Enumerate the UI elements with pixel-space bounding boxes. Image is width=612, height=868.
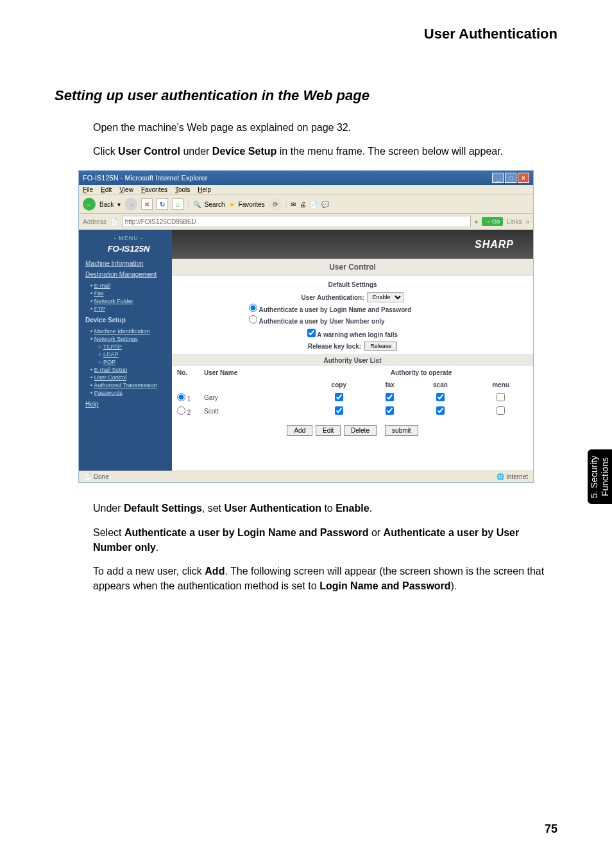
panel-title: User Control [172,259,533,276]
done-icon: 📄 [84,473,92,480]
sidebar-machine-info[interactable]: Machine Information [85,260,172,267]
go-button[interactable]: → Go [482,217,504,226]
warning-checkbox[interactable]: A warning when login fails [307,331,398,338]
col-scan: scan [412,379,468,390]
post-screenshot-text: Under Default Settings, set User Authent… [0,501,612,593]
menu-favorites[interactable]: Favorites [141,186,167,193]
sidebar-item-machine-id[interactable]: Machine Identification [90,327,172,335]
release-button[interactable]: Release [364,342,397,351]
default-settings-heading: Default Settings [172,279,533,291]
links-label[interactable]: Links [507,218,522,225]
discuss-icon[interactable]: 💬 [321,201,329,208]
sidebar: - MENU - FO-IS125N Machine Information D… [79,230,172,471]
table-row[interactable]: 1 Gary [173,392,532,404]
sidebar-item-network-folder[interactable]: Network Folder [90,297,172,305]
sidebar-item-ftp[interactable]: FTP [90,305,172,313]
address-label: Address [83,218,106,225]
sidebar-menu-heading: - MENU - [85,235,172,241]
chk-fax-1[interactable] [386,393,394,401]
search-label: Search [205,201,225,208]
menu-help[interactable]: Help [198,186,211,193]
sidebar-item-user-control[interactable]: User Control [90,374,172,381]
sidebar-item-email-setup[interactable]: E-mail Setup [90,366,172,374]
col-auth: Authority to operate [310,367,532,378]
ua-select[interactable]: Enable [367,292,404,302]
statusbar: 📄 Done 🌐 Internet [79,471,533,482]
col-no: No. [173,367,199,378]
auth-radio-2[interactable]: Authenticate a user by User Number only [249,318,385,325]
window-title: FO-IS125N - Microsoft Internet Explorer [83,174,207,182]
back-button[interactable]: ← [83,198,96,211]
chk-fax-2[interactable] [386,406,394,415]
auth-radio-1[interactable]: Authenticate a user by Login Name and Pa… [249,306,411,313]
favorites-label: Favorites [239,201,265,208]
menu-edit[interactable]: Edit [101,186,112,193]
sidebar-item-passwords[interactable]: Passwords [90,389,172,397]
sidebar-item-authorized[interactable]: Authorized Transmission [90,381,172,389]
sidebar-device-setup[interactable]: Device Setup [85,317,172,324]
chk-menu-2[interactable] [497,406,505,415]
delete-button[interactable]: Delete [344,425,377,436]
sidebar-dest-mgmt[interactable]: Destination Management [85,271,172,278]
section-title: Setting up user authentication in the We… [0,42,612,120]
address-dropdown[interactable]: ▾ [475,218,478,225]
sidebar-item-ldap[interactable]: LDAP [90,351,172,358]
globe-icon: 🌐 [497,473,504,480]
sidebar-help[interactable]: Help [85,401,172,408]
sidebar-item-email[interactable]: E-mail [90,282,172,290]
intro-line-1: Open the machine's Web page as explained… [93,120,557,135]
history-button[interactable]: ⟳ [269,198,282,211]
button-bar: Add Edit Delete submit [172,419,533,442]
browser-window: FO-IS125N - Microsoft Internet Explorer … [78,170,534,483]
forward-button[interactable]: → [124,198,137,211]
chk-copy-1[interactable] [335,393,343,401]
sidebar-item-fax[interactable]: Fax [90,290,172,297]
ua-label: User Authentication: [302,294,364,301]
menubar[interactable]: File Edit View Favorites Tools Help [79,185,533,195]
refresh-button[interactable]: ↻ [157,198,168,210]
back-label: Back [99,201,114,208]
chk-scan-2[interactable] [436,406,445,415]
print-icon[interactable]: 🖨 [300,201,306,208]
search-icon[interactable]: 🔍 [193,201,201,208]
chk-copy-2[interactable] [335,406,343,415]
user-table: No. User Name Authority to operate copy … [172,366,533,419]
menu-tools[interactable]: Tools [175,186,190,193]
intro-block: Open the machine's Web page as explained… [0,120,612,159]
toolbar: ← Back ▾ → ✕ ↻ ⌂ | 🔍 Search ★ Favorites … [79,195,533,214]
chk-menu-1[interactable] [497,393,505,401]
sidebar-model: FO-IS125N [85,244,172,254]
menu-view[interactable]: View [119,186,133,193]
sharp-logo: SHARP [475,239,514,250]
edit-icon[interactable]: 📄 [310,201,318,208]
titlebar: FO-IS125N - Microsoft Internet Explorer … [79,171,533,185]
sidebar-item-network-settings[interactable]: Network Settings [90,335,172,343]
authority-list-heading: Authority User List [172,354,533,366]
submit-button[interactable]: submit [385,425,418,436]
chapter-tab: 5. Security Functions [588,449,612,504]
favorites-icon[interactable]: ★ [229,201,235,208]
row-select-1[interactable] [177,393,185,401]
col-name: User Name [200,367,309,378]
minimize-button[interactable]: _ [492,173,504,183]
menu-file[interactable]: File [83,186,93,193]
main-pane: SHARP User Control Default Settings User… [172,230,533,471]
row-select-2[interactable] [177,406,185,415]
page-number: 75 [545,822,557,836]
sidebar-item-pop[interactable]: POP [90,358,172,366]
col-fax: fax [369,379,411,390]
page-header: User Authentication [0,0,612,42]
address-input[interactable] [122,216,471,227]
stop-button[interactable]: ✕ [141,198,153,210]
chk-scan-1[interactable] [436,393,445,401]
home-button[interactable]: ⌂ [172,198,183,210]
status-done: Done [94,473,109,480]
edit-button[interactable]: Edit [316,425,341,436]
maximize-button[interactable]: □ [505,173,516,183]
add-button[interactable]: Add [287,425,312,436]
mail-icon[interactable]: ✉ [291,201,296,208]
release-label: Release key lock: [308,343,361,350]
sidebar-item-tcpip[interactable]: TCP/IP [90,343,172,351]
table-row[interactable]: 2 Scott [173,405,532,417]
close-button[interactable]: × [518,173,529,183]
